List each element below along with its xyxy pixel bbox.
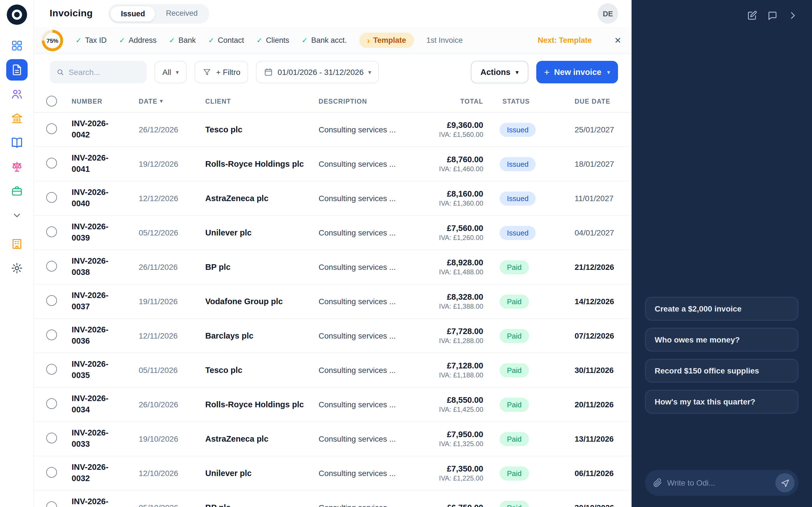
check-icon: ✓ xyxy=(169,36,175,45)
sidebar-item-dashboard[interactable] xyxy=(6,35,28,56)
chevron-down-icon xyxy=(10,209,23,221)
invoice-date: 12/11/2026 xyxy=(139,331,205,340)
sidebar-item-invoices[interactable] xyxy=(6,59,28,80)
row-checkbox[interactable] xyxy=(46,363,57,374)
row-checkbox[interactable] xyxy=(46,398,57,409)
column-header-status[interactable]: STATUS xyxy=(485,98,572,105)
table-row[interactable]: INV-2026-004119/12/2026Rolls-Royce Holdi… xyxy=(34,147,631,181)
onboarding-step-address[interactable]: ✓Address xyxy=(119,36,156,45)
onboarding-step-bank[interactable]: ✓Bank xyxy=(169,36,196,45)
table-row[interactable]: INV-2026-003505/11/2026Tesco plcConsulti… xyxy=(34,353,631,388)
row-checkbox[interactable] xyxy=(46,261,57,271)
invoice-number: INV-2026-0038 xyxy=(71,256,119,278)
sidebar-item-clients[interactable] xyxy=(6,83,28,105)
column-header-description[interactable]: DESCRIPTION xyxy=(319,98,413,105)
table-row[interactable]: INV-2026-003426/10/2026Rolls-Royce Holdi… xyxy=(34,388,631,422)
row-checkbox[interactable] xyxy=(46,123,57,134)
step-label: Clients xyxy=(266,36,289,45)
invoice-due-date: 20/11/2026 xyxy=(572,400,618,409)
invoice-description: Consulting services ... xyxy=(319,194,413,203)
invoice-total: £8,928.00 xyxy=(413,258,483,267)
invoice-description: Consulting services ... xyxy=(319,331,413,340)
column-header-number[interactable]: NUMBER xyxy=(71,98,139,105)
sidebar-item-settings[interactable] xyxy=(6,258,28,279)
column-header-due-date[interactable]: DUE DATE xyxy=(572,98,618,105)
app-logo[interactable] xyxy=(6,4,27,25)
assistant-input[interactable] xyxy=(667,478,771,487)
actions-button[interactable]: Actions ▾ xyxy=(471,61,528,83)
status-badge: Issued xyxy=(500,226,536,240)
search-input[interactable] xyxy=(68,68,140,76)
invoice-total: £8,328.00 xyxy=(413,292,483,301)
invoice-due-date: 18/01/2027 xyxy=(572,159,618,168)
table-row[interactable]: INV-2026-003212/10/2026Unilever plcConsu… xyxy=(34,456,631,491)
chat-history-button[interactable] xyxy=(766,9,778,21)
row-checkbox[interactable] xyxy=(46,158,57,168)
status-badge: Paid xyxy=(500,466,529,480)
table-row[interactable]: INV-2026-003905/12/2026Unilever plcConsu… xyxy=(34,216,631,250)
row-checkbox[interactable] xyxy=(46,295,57,305)
select-all-checkbox[interactable] xyxy=(46,96,57,107)
onboarding-step-clients[interactable]: ✓Clients xyxy=(256,36,289,45)
sidebar-expand[interactable] xyxy=(6,205,28,226)
onboarding-step-contact[interactable]: ✓Contact xyxy=(208,36,244,45)
row-checkbox[interactable] xyxy=(46,501,57,507)
new-chat-button[interactable] xyxy=(746,9,758,21)
collapse-panel-button[interactable] xyxy=(786,9,799,21)
column-header-total[interactable]: TOTAL xyxy=(413,98,485,105)
onboarding-step-bank-acct-[interactable]: ✓Bank acct. xyxy=(302,36,347,45)
table-row[interactable]: INV-2026-003826/11/2026BP plcConsulting … xyxy=(34,250,631,284)
invoice-iva: IVA: £1,260.00 xyxy=(413,234,483,242)
invoice-client: Unilever plc xyxy=(205,228,319,237)
filter-button[interactable]: + Filtro xyxy=(195,61,248,83)
invoice-date: 26/12/2026 xyxy=(139,125,205,134)
onboarding-step-tax-id[interactable]: ✓Tax ID xyxy=(75,36,107,45)
attachment-icon[interactable] xyxy=(652,478,663,488)
invoice-description: Consulting services ... xyxy=(319,365,413,375)
step-label: Address xyxy=(129,36,156,45)
status-badge: Issued xyxy=(500,191,536,205)
table-header-row: NUMBER DATE▾ CLIENT DESCRIPTION TOTAL ST… xyxy=(34,90,631,113)
row-checkbox[interactable] xyxy=(46,226,57,237)
suggestion-chip[interactable]: How's my tax this quarter? xyxy=(645,390,799,413)
sidebar-item-projects[interactable] xyxy=(6,180,28,202)
column-header-date[interactable]: DATE▾ xyxy=(139,98,205,105)
send-button[interactable] xyxy=(775,473,795,492)
sidebar-item-ledger[interactable] xyxy=(6,132,28,153)
search-input-wrap xyxy=(50,61,147,83)
sidebar-item-bank[interactable] xyxy=(6,108,28,129)
tab-received[interactable]: Received xyxy=(156,5,208,22)
table-row[interactable]: INV-2026-003105/10/2026BP plcConsulting … xyxy=(34,491,631,507)
sidebar-item-company[interactable] xyxy=(6,233,28,255)
table-row[interactable]: INV-2026-003319/10/2026AstraZeneca plcCo… xyxy=(34,422,631,456)
invoice-iva: IVA: £1,288.00 xyxy=(413,337,483,345)
suggestion-chip[interactable]: Who owes me money? xyxy=(645,328,799,351)
invoice-client: BP plc xyxy=(205,263,319,272)
tab-issued[interactable]: Issued xyxy=(110,5,156,22)
avatar[interactable]: DE xyxy=(598,3,618,24)
onboarding-step-1st-invoice[interactable]: 1st Invoice xyxy=(426,36,463,45)
invoices-icon xyxy=(10,64,23,76)
date-range-picker[interactable]: 01/01/2026 - 31/12/2026 ▾ xyxy=(256,61,379,83)
suggestion-chip[interactable]: Create a $2,000 invoice xyxy=(645,297,799,321)
table-row[interactable]: INV-2026-003719/11/2026Vodafone Group pl… xyxy=(34,284,631,319)
row-checkbox[interactable] xyxy=(46,192,57,203)
check-icon: ✓ xyxy=(256,36,262,45)
invoice-table: NUMBER DATE▾ CLIENT DESCRIPTION TOTAL ST… xyxy=(34,90,631,507)
check-icon: ✓ xyxy=(302,36,308,45)
close-icon[interactable]: ✕ xyxy=(614,36,621,45)
onboarding-step-template[interactable]: ›Template xyxy=(359,33,414,48)
invoice-due-date: 30/11/2026 xyxy=(572,365,618,375)
table-row[interactable]: INV-2026-004012/12/2026AstraZeneca plcCo… xyxy=(34,181,631,216)
sidebar-item-taxes[interactable] xyxy=(6,156,28,177)
column-header-client[interactable]: CLIENT xyxy=(205,98,319,105)
table-row[interactable]: INV-2026-003612/11/2026Barclays plcConsu… xyxy=(34,319,631,353)
suggestion-chip[interactable]: Record $150 office supplies xyxy=(645,359,799,383)
invoice-description: Consulting services ... xyxy=(319,503,413,507)
new-invoice-button[interactable]: + New invoice ▾ xyxy=(536,61,618,83)
table-row[interactable]: INV-2026-004226/12/2026Tesco plcConsulti… xyxy=(34,113,631,147)
row-checkbox[interactable] xyxy=(46,432,57,443)
scope-dropdown[interactable]: All ▾ xyxy=(154,61,187,83)
row-checkbox[interactable] xyxy=(46,329,57,340)
row-checkbox[interactable] xyxy=(46,467,57,477)
